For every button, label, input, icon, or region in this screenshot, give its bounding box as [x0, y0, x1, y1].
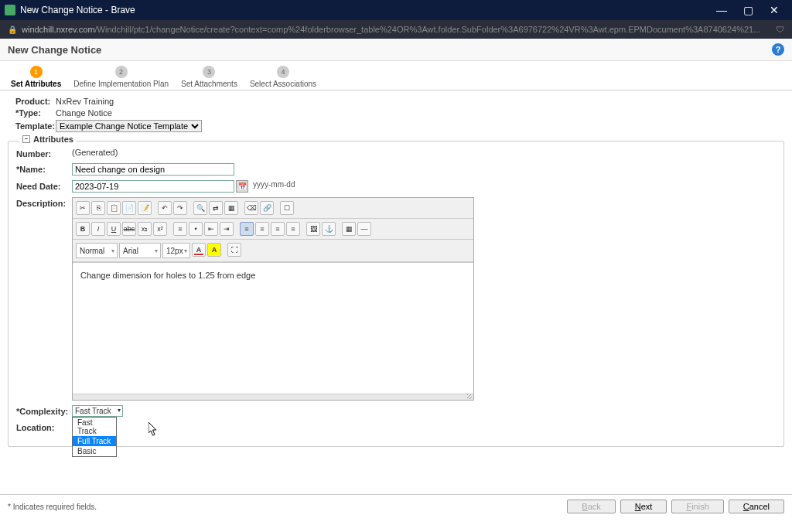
complexity-select[interactable]: Fast Track	[72, 405, 123, 417]
page-header: New Change Notice ?	[0, 39, 792, 61]
complexity-dropdown: Fast Track Full Track Basic	[72, 417, 117, 457]
name-label: Name:	[16, 163, 72, 174]
attributes-legend[interactable]: − Attributes	[19, 135, 77, 144]
align-left-icon[interactable]: ≡	[240, 222, 254, 236]
ul-icon[interactable]: •	[189, 222, 203, 236]
wizard-step-select-associations[interactable]: 4 Select Associations	[247, 64, 319, 90]
complexity-option-fast-track[interactable]: Fast Track	[73, 418, 116, 436]
image-icon[interactable]: 🖼	[306, 222, 320, 236]
page-title: New Change Notice	[8, 44, 772, 56]
outdent-icon[interactable]: ⇤	[204, 222, 218, 236]
link-icon[interactable]: 🔗	[260, 201, 274, 215]
help-icon[interactable]: ?	[772, 43, 784, 56]
rich-text-editor: ✂ ⎘ 📋 📄 📝 ↶ ↷ 🔍 ⇄ ▦ ⌫ 🔗 ☐ B I	[72, 197, 474, 401]
wizard-step-define-implementation-plan[interactable]: 2 Define Implementation Plan	[70, 64, 172, 90]
find-icon[interactable]: 🔍	[193, 201, 207, 215]
ol-icon[interactable]: ≡	[173, 222, 187, 236]
window-title: New Change Notice - Brave	[20, 5, 716, 15]
close-button[interactable]: ✕	[769, 5, 780, 15]
paste-text-icon[interactable]: 📄	[122, 201, 136, 215]
redo-icon[interactable]: ↷	[173, 201, 187, 215]
product-label: Product:	[15, 97, 56, 106]
cancel-button[interactable]: Cancel	[729, 500, 784, 513]
hr-icon[interactable]: —	[357, 222, 371, 236]
align-right-icon[interactable]: ≡	[271, 222, 285, 236]
product-value: NxRev Training	[56, 97, 114, 106]
rte-toolbar-row2: B I U abc x₂ x² ≡ • ⇤ ⇥ ≡ ≡ ≡ ≡ 🖼 ⚓	[73, 219, 473, 240]
italic-icon[interactable]: I	[91, 222, 105, 236]
shield-icon[interactable]: 🛡	[776, 25, 784, 34]
undo-icon[interactable]: ↶	[158, 201, 172, 215]
url-bar[interactable]: 🔒 windchill.nxrev.com/Windchill/ptc1/cha…	[0, 20, 792, 39]
need-date-label: Need Date:	[16, 180, 72, 191]
underline-icon[interactable]: U	[107, 222, 121, 236]
font-select[interactable]: Arial	[119, 243, 161, 258]
name-input[interactable]	[72, 163, 234, 176]
paste-word-icon[interactable]: 📝	[138, 201, 152, 215]
location-label: Location:	[16, 421, 72, 432]
back-button[interactable]: Back	[567, 500, 615, 513]
finish-button[interactable]: Finish	[671, 500, 723, 513]
subscript-icon[interactable]: x₂	[138, 222, 152, 236]
complexity-option-basic[interactable]: Basic	[73, 446, 116, 456]
wizard-step-set-attachments[interactable]: 3 Set Attachments	[178, 64, 241, 90]
maximize-editor-icon[interactable]: ⛶	[227, 243, 241, 257]
align-center-icon[interactable]: ≡	[255, 222, 269, 236]
attributes-fieldset: − Attributes Number: (Generated) Name: N…	[8, 141, 784, 447]
complexity-label: Complexity:	[16, 405, 72, 416]
template-label: Template:	[15, 121, 56, 131]
maximize-button[interactable]: ▢	[742, 5, 753, 15]
align-justify-icon[interactable]: ≡	[286, 222, 300, 236]
superscript-icon[interactable]: x²	[153, 222, 167, 236]
text-color-icon[interactable]: A	[192, 243, 206, 257]
rte-toolbar-row1: ✂ ⎘ 📋 📄 📝 ↶ ↷ 🔍 ⇄ ▦ ⌫ 🔗 ☐	[73, 198, 473, 219]
url-text: windchill.nxrev.com/Windchill/ptc1/chang…	[22, 25, 768, 34]
paste-icon[interactable]: 📋	[107, 201, 121, 215]
replace-icon[interactable]: ⇄	[209, 201, 223, 215]
select-all-icon[interactable]: ▦	[224, 201, 238, 215]
window-titlebar: New Change Notice - Brave — ▢ ✕	[0, 0, 792, 20]
strike-icon[interactable]: abc	[122, 222, 136, 236]
wizard-footer: * Indicates required fields. Back Next F…	[0, 494, 792, 518]
remove-format-icon[interactable]: ⌫	[244, 201, 258, 215]
rte-toolbar-row3: Normal Arial 12px A A ⛶	[73, 240, 473, 262]
description-label: Description:	[16, 197, 72, 208]
collapse-icon[interactable]: −	[22, 135, 30, 143]
type-label: Type:	[15, 108, 56, 118]
table-icon[interactable]: ▦	[342, 222, 356, 236]
type-value: Change Notice	[56, 108, 112, 118]
app-icon	[5, 5, 15, 15]
description-content[interactable]: Change dimension for holes to 1.25 from …	[73, 262, 473, 394]
number-value: (Generated)	[72, 148, 118, 157]
wizard-steps: 1 Set Attributes 2 Define Implementation…	[0, 61, 792, 90]
required-note: * Indicates required fields.	[8, 503, 567, 511]
template-select[interactable]: Example Change Notice Template	[56, 120, 202, 132]
bg-color-icon[interactable]: A	[207, 243, 221, 257]
checkbox-icon[interactable]: ☐	[280, 201, 294, 215]
indent-icon[interactable]: ⇥	[220, 222, 234, 236]
cut-icon[interactable]: ✂	[76, 201, 90, 215]
lock-icon: 🔒	[8, 26, 17, 34]
date-hint: yyyy-mm-dd	[253, 180, 295, 189]
need-date-input[interactable]	[72, 180, 234, 193]
copy-icon[interactable]: ⎘	[91, 201, 105, 215]
wizard-step-set-attributes[interactable]: 1 Set Attributes	[8, 64, 64, 90]
calendar-icon[interactable]: 📅	[236, 180, 248, 193]
size-select[interactable]: 12px	[162, 243, 190, 258]
next-button[interactable]: Next	[620, 500, 667, 513]
product-info: Product: NxRev Training Type: Change Not…	[0, 90, 792, 141]
complexity-option-full-track[interactable]: Full Track	[73, 436, 116, 446]
bold-icon[interactable]: B	[76, 222, 90, 236]
number-label: Number:	[16, 148, 72, 159]
minimize-button[interactable]: —	[716, 5, 727, 15]
format-select[interactable]: Normal	[76, 243, 118, 258]
anchor-icon[interactable]: ⚓	[322, 222, 336, 236]
resize-handle[interactable]	[73, 394, 473, 400]
